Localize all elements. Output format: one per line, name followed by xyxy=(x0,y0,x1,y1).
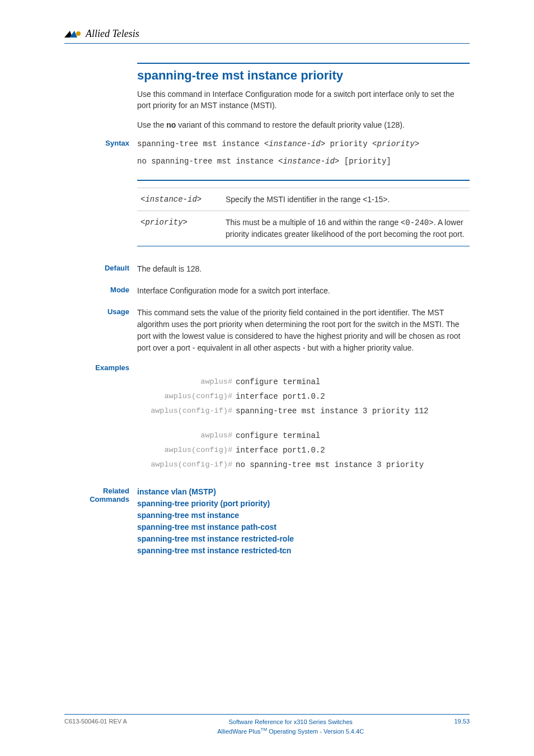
example-line: awplus(config)#interface port1.0.2 xyxy=(137,392,470,401)
page-header: Allied Telesis xyxy=(64,28,470,40)
default-label: Default xyxy=(64,263,137,272)
default-section: Default The default is 128. xyxy=(137,263,470,275)
param-name: <instance-id> xyxy=(137,188,222,211)
intro-paragraph-2: Use the no variant of this command to re… xyxy=(137,119,470,130)
allied-telesis-icon xyxy=(64,30,82,39)
usage-label: Usage xyxy=(64,307,137,316)
footer-rule xyxy=(64,714,470,715)
param-name: <priority> xyxy=(137,211,222,246)
parameter-table: <instance-id> Specify the MSTI identifie… xyxy=(137,180,470,246)
param-desc: This must be a multiple of 16 and within… xyxy=(222,211,470,246)
page-footer: C613-50046-01 REV A Software Reference f… xyxy=(64,714,470,736)
related-link[interactable]: spanning-tree mst instance restricted-ro… xyxy=(137,533,470,545)
mode-section: Mode Interface Configuration mode for a … xyxy=(137,285,470,297)
example-line: awplus(config-if)#no spanning-tree mst i… xyxy=(137,460,470,469)
examples-section: Examples xyxy=(137,363,470,372)
syntax-line-2: no spanning-tree mst instance <instance-… xyxy=(137,156,470,167)
examples-block: awplus#configure terminal awplus(config)… xyxy=(137,377,470,469)
table-row: <priority> This must be a multiple of 16… xyxy=(137,211,470,246)
related-link[interactable]: instance vlan (MSTP) xyxy=(137,486,470,498)
related-link[interactable]: spanning-tree mst instance path-cost xyxy=(137,521,470,533)
svg-point-2 xyxy=(76,31,81,36)
usage-section: Usage This command sets the value of the… xyxy=(137,307,470,354)
related-label: Related Commands xyxy=(64,486,137,503)
title-rule xyxy=(137,63,470,64)
related-link[interactable]: spanning-tree mst instance xyxy=(137,510,470,521)
related-link[interactable]: spanning-tree priority (port priority) xyxy=(137,498,470,510)
mode-text: Interface Configuration mode for a switc… xyxy=(137,285,470,297)
content: spanning-tree mst instance priority Use … xyxy=(137,63,470,557)
footer-pageno: 19.53 xyxy=(454,718,470,725)
page-title: spanning-tree mst instance priority xyxy=(137,68,470,83)
example-line: awplus#configure terminal xyxy=(137,431,470,440)
syntax-line-1: spanning-tree mst instance <instance-id>… xyxy=(137,138,470,150)
footer-docid: C613-50046-01 REV A xyxy=(64,718,127,725)
examples-label: Examples xyxy=(64,363,137,372)
related-section: Related Commands instance vlan (MSTP) sp… xyxy=(137,486,470,557)
table-row: <instance-id> Specify the MSTI identifie… xyxy=(137,188,470,211)
header-rule xyxy=(64,43,470,44)
example-line: awplus(config-if)#spanning-tree mst inst… xyxy=(137,407,470,416)
param-desc: Specify the MSTI identifier in the range… xyxy=(222,188,470,211)
footer-title: Software Reference for x310 Series Switc… xyxy=(217,718,364,736)
intro-paragraph-1: Use this command in Interface Configurat… xyxy=(137,88,470,111)
example-line: awplus#configure terminal xyxy=(137,377,470,386)
syntax-label: Syntax xyxy=(64,138,137,147)
related-link[interactable]: spanning-tree mst instance restricted-tc… xyxy=(137,545,470,557)
example-line: awplus(config)#interface port1.0.2 xyxy=(137,446,470,455)
brand-logo: Allied Telesis xyxy=(64,28,470,40)
usage-text: This command sets the value of the prior… xyxy=(137,307,470,354)
brand-name: Allied Telesis xyxy=(86,28,139,40)
default-text: The default is 128. xyxy=(137,263,470,275)
syntax-section: Syntax spanning-tree mst instance <insta… xyxy=(137,138,470,178)
mode-label: Mode xyxy=(64,285,137,294)
